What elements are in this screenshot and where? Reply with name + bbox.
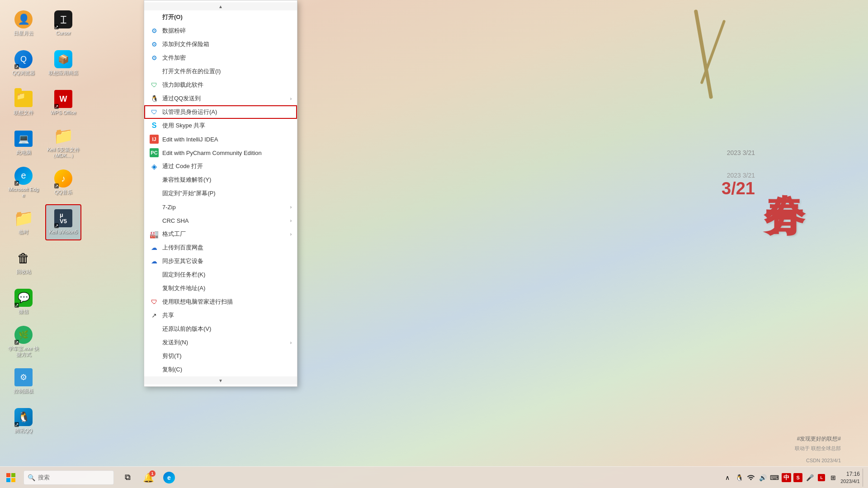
menu-icon-edit-intellij: IJ [150,135,159,144]
desktop-icon-app-store[interactable]: 📦 联想应用商店 [45,45,81,81]
menu-item-encrypt[interactable]: ⚙ 文件加密 [144,51,297,65]
menu-item-edit-intellij[interactable]: IJ Edit with IntelliJ IDEA [144,132,297,146]
menu-label-pin-start: 固定到"开始"屏幕(P) [162,189,292,197]
menu-item-copy[interactable]: 复制(C) [144,363,297,376]
taskbar-edge-icon[interactable]: e [159,468,179,488]
tray-show-hidden[interactable]: ∧ [723,473,732,482]
desktop-icon-keil5-folder[interactable]: 📁 Keil 5安装文件（MDK...） [45,125,81,161]
desktop-icon-temp-folder[interactable]: 📁 临时 [5,204,42,240]
menu-icon-add-to-safe: ⚙ [150,40,159,49]
menu-item-pin-start[interactable]: 固定到"开始"屏幕(P) [144,187,297,200]
menu-item-baidu-pan[interactable]: ☁ 上传到百度网盘 [144,241,297,254]
tray-apps-grid[interactable]: ⊞ [829,473,838,482]
taskbar-notification-bell[interactable]: 🔔 1 [138,468,158,488]
menu-arrow-send-to: › [290,340,292,345]
context-menu-scroll-down[interactable]: ▼ [144,376,297,385]
search-placeholder: 搜索 [38,474,50,482]
menu-item-copy-path[interactable]: 复制文件地址(A) [144,282,297,295]
taskbar: 🔍 搜索 ⧉ 🔔 1 e ∧ 🐧 🔊 ⌨ 中 [0,466,868,488]
tray-lianxiang[interactable]: L [817,473,826,482]
menu-label-encrypt: 文件加密 [162,54,292,62]
menu-item-7zip[interactable]: 7-Zip › [144,200,297,214]
desktop-icon-qq-browser[interactable]: Q ↗ QQ浏览器 [5,45,42,81]
start-button[interactable] [0,467,22,488]
menu-item-send-qq[interactable]: 🐧 通过QQ发送到 › [144,92,297,105]
menu-icon-send-to [150,338,159,347]
menu-icon-edit-pycharm: PC [150,148,159,157]
tray-microphone[interactable]: 🎤 [805,473,814,482]
desktop-icon-ctrl-panel[interactable]: ⚙ 控制面板 [5,363,42,399]
desktop-icon-this-pc[interactable]: 💻 此电脑 [5,125,42,161]
menu-label-shred: 数据粉碎 [162,27,292,35]
menu-arrow-crc-sha: › [290,218,292,223]
menu-arrow-7zip: › [290,205,292,210]
desktop-icon-cursor[interactable]: ⌶ ↗ Cursor [45,5,81,42]
menu-item-open[interactable]: 打开(O) [144,10,297,24]
menu-label-force-uninstall: 强力卸载此软件 [162,81,292,89]
menu-icon-sync-device: ☁ [150,257,159,266]
menu-icon-baidu-pan: ☁ [150,243,159,252]
menu-item-shred[interactable]: ⚙ 数据粉碎 [144,24,297,38]
menu-item-run-admin[interactable]: 🛡 以管理员身份运行(A) [144,105,297,119]
menu-item-restore-prev[interactable]: 还原以前的版本(V) [144,322,297,336]
menu-item-skype-share[interactable]: S 使用 Skype 共享 [144,119,297,132]
menu-item-cut[interactable]: 剪切(T) [144,349,297,363]
menu-icon-lenovo-scan: 🛡 [150,297,159,306]
svg-rect-1 [11,473,15,477]
menu-item-add-to-safe[interactable]: ⚙ 添加到文件保险箱 [144,38,297,51]
desktop-icon-user[interactable]: 👤 日星月云 [5,5,42,42]
menu-icon-run-admin: 🛡 [150,108,159,117]
tray-sogou[interactable]: S [793,473,802,482]
menu-item-format-factory[interactable]: 🏭 格式工厂 › [144,227,297,241]
taskbar-apps: ⧉ 🔔 1 e [118,468,179,488]
menu-label-add-to-safe: 添加到文件保险箱 [162,40,292,48]
menu-item-crc-sha[interactable]: CRC SHA › [144,214,297,227]
desktop-icon-student-app[interactable]: 🌿 ↗ 学车宝.exe 快捷方式 [5,324,42,360]
tray-volume[interactable]: 🔊 [758,473,767,482]
menu-icon-force-uninstall: 🛡 [150,80,159,89]
context-menu-scroll-up[interactable]: ▲ [144,2,297,10]
tray-qq[interactable]: 🐧 [735,473,744,482]
menu-icon-crc-sha [150,216,159,225]
tray-network[interactable] [746,473,755,482]
sub-hashtag: 联动于 联想全球总部 [795,445,841,452]
menu-item-open-vscode[interactable]: ◈ 通过 Code 打开 [144,160,297,173]
menu-arrow-send-qq: › [290,96,292,101]
menu-icon-copy [150,365,159,374]
menu-item-open-location[interactable]: 打开文件所在的位置(I) [144,65,297,78]
tray-input-keyboard[interactable]: ⌨ [770,473,779,482]
menu-item-share[interactable]: ↗ 共享 [144,309,297,322]
menu-item-force-uninstall[interactable]: 🛡 强力卸载此软件 [144,78,297,92]
menu-icon-format-factory: 🏭 [150,230,159,239]
desktop-icon-lianxiang-folder[interactable]: 📁 联想文件 [5,85,42,121]
desktop-icon-wechat[interactable]: 💬 ↗ 微信 [5,284,42,320]
menu-item-lenovo-scan[interactable]: 🛡 使用联想电脑管家进行扫描 [144,295,297,309]
svg-rect-0 [6,473,10,477]
menu-label-restore-prev: 还原以前的版本(V) [162,325,292,333]
desktop-icon-recycle[interactable]: 🗑 回收站 [5,244,42,280]
desktop-icon-keil-uvision[interactable]: μV5 ↗ Keil uVision5 [45,204,81,240]
desktop-icon-qq-music[interactable]: ♪ ↗ QQ音乐 [45,164,81,201]
menu-icon-open [150,13,159,22]
show-desktop-button[interactable] [863,469,864,487]
menu-icon-open-vscode: ◈ [150,162,159,171]
tray-lang-indicator[interactable]: 中 [782,473,791,482]
task-view-button[interactable]: ⧉ [118,468,137,488]
menu-label-format-factory: 格式工厂 [162,230,287,238]
menu-label-open: 打开(O) [162,13,292,21]
csdn-watermark: CSDN 2023/4/1 [806,458,841,463]
taskbar-search[interactable]: 🔍 搜索 [24,470,114,485]
menu-item-edit-pycharm[interactable]: PC Edit with PyCharm Community Edition [144,146,297,160]
menu-label-copy: 复制(C) [162,366,292,374]
menu-item-pin-taskbar[interactable]: 固定到任务栏(K) [144,268,297,282]
spring-date: 2023 3/21 3/21 [722,172,755,198]
tray-time-date[interactable]: 17:16 2023/4/1 [840,470,860,485]
menu-item-send-to[interactable]: 发送到(N) › [144,336,297,349]
desktop-icon-tencent-qq[interactable]: 🐧 ↗ 腾讯QQ [5,403,42,439]
desktop-icon-wps[interactable]: W ↗ WPS Office [45,85,81,121]
desktop-icon-edge[interactable]: e ↗ Microsoft Edge [5,164,42,201]
svg-rect-3 [11,478,15,482]
menu-label-open-location: 打开文件所在的位置(I) [162,67,292,75]
menu-item-sync-device[interactable]: ☁ 同步至其它设备 [144,254,297,268]
menu-item-compat-troubleshoot[interactable]: 兼容性疑难解答(Y) [144,173,297,187]
